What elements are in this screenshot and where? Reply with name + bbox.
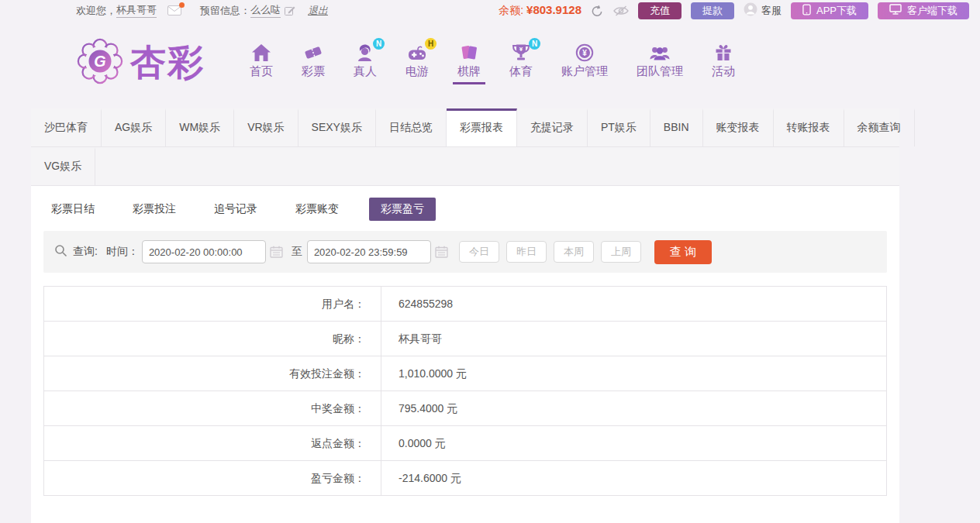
nav-label: 真人 bbox=[354, 64, 377, 79]
row-label-winning-amount: 中奖金额： bbox=[44, 391, 381, 425]
content-panel: 沙巴体育 AG娱乐 WM娱乐 VR娱乐 SEXY娱乐 日结总览 彩票报表 充提记… bbox=[31, 108, 899, 523]
balance-value: ¥803.9128 bbox=[526, 3, 581, 16]
brand-name: 杏彩 bbox=[130, 39, 205, 87]
table-row: 中奖金额： 795.4000 元 bbox=[44, 391, 886, 426]
edit-icon[interactable] bbox=[285, 5, 295, 16]
nav-item-lottery[interactable]: 彩票 bbox=[302, 42, 325, 84]
last-week-button[interactable]: 上周 bbox=[601, 241, 641, 263]
query-label: 查询: bbox=[73, 245, 98, 259]
nav-badge: H bbox=[425, 38, 437, 50]
nav-item-home[interactable]: 首页 bbox=[250, 42, 273, 84]
profit-loss-report-table: 用户名： 624855298 昵称： 杯具哥哥 有效投注金额： 1,010.00… bbox=[43, 286, 887, 496]
coin-yen-icon: ¥ bbox=[575, 42, 595, 62]
date-from-input[interactable] bbox=[142, 240, 266, 263]
refresh-icon[interactable] bbox=[591, 5, 604, 17]
tab-wm[interactable]: WM娱乐 bbox=[166, 108, 234, 146]
row-label-valid-bet-amount: 有效投注金额： bbox=[44, 356, 381, 391]
gamepad-icon: H bbox=[407, 42, 427, 62]
app-download-button[interactable]: APP下载 bbox=[791, 2, 868, 19]
table-row: 盈亏金额： -214.6000 元 bbox=[44, 461, 886, 496]
phone-icon bbox=[802, 4, 811, 18]
eye-off-icon[interactable] bbox=[613, 5, 629, 16]
today-button[interactable]: 今日 bbox=[459, 241, 499, 263]
tab-bbin[interactable]: BBIN bbox=[650, 108, 703, 146]
date-range-separator: 至 bbox=[292, 245, 302, 259]
tab-deposit-withdraw-records[interactable]: 充提记录 bbox=[517, 108, 588, 146]
subtab-chase-records[interactable]: 追号记录 bbox=[206, 198, 265, 221]
query-submit-button[interactable]: 查 询 bbox=[654, 240, 712, 264]
withdraw-button[interactable]: 提款 bbox=[691, 2, 734, 19]
tab-vg[interactable]: VG娱乐 bbox=[31, 147, 95, 185]
subtab-lottery-bets[interactable]: 彩票投注 bbox=[125, 198, 184, 221]
ticket-icon bbox=[303, 42, 323, 62]
nav-item-sports[interactable]: ¥ N 体育 bbox=[509, 42, 533, 84]
cards-icon bbox=[459, 42, 479, 62]
tab-account-change-report[interactable]: 账变报表 bbox=[703, 108, 774, 146]
report-tabs-row-2: VG娱乐 bbox=[31, 147, 899, 186]
row-value-profit-loss-amount: -214.6000 元 bbox=[381, 461, 461, 495]
logout-link[interactable]: 退出 bbox=[308, 4, 328, 18]
search-bar: 查询: 时间： 至 今日 昨日 本周 上周 查 询 bbox=[43, 231, 887, 273]
tab-sexy[interactable]: SEXY娱乐 bbox=[298, 108, 376, 146]
message-icon[interactable] bbox=[167, 5, 181, 15]
tab-pt[interactable]: PT娱乐 bbox=[588, 108, 650, 146]
nav-item-boardgames[interactable]: 棋牌 bbox=[457, 42, 481, 84]
service-label: 客服 bbox=[761, 4, 782, 18]
page: 欢迎您， 杯具哥哥 预留信息： 么么哒 退出 余额: ¥803.9128 充值 … bbox=[0, 0, 980, 523]
team-icon bbox=[649, 42, 671, 62]
tab-vr[interactable]: VR娱乐 bbox=[234, 108, 298, 146]
subtab-lottery-daily[interactable]: 彩票日结 bbox=[43, 198, 102, 221]
nav-label: 活动 bbox=[712, 64, 735, 79]
username-link[interactable]: 杯具哥哥 bbox=[116, 3, 157, 18]
row-value-username: 624855298 bbox=[381, 287, 453, 321]
nav-label: 账户管理 bbox=[561, 64, 608, 79]
balance: 余额: ¥803.9128 bbox=[499, 3, 581, 18]
row-value-winning-amount: 795.4000 元 bbox=[381, 391, 457, 425]
tab-saba-sports[interactable]: 沙巴体育 bbox=[31, 108, 102, 146]
nav-label: 首页 bbox=[250, 64, 273, 79]
header: G 杏彩 首页 彩票 N bbox=[0, 21, 980, 105]
balance-label: 余额: bbox=[499, 4, 523, 16]
client-download-label: 客户端下载 bbox=[907, 4, 958, 18]
customer-service-button[interactable]: 客服 bbox=[744, 2, 782, 19]
notification-dot bbox=[179, 2, 185, 8]
row-label-nickname: 昵称： bbox=[44, 322, 381, 356]
main-nav: 首页 彩票 N 真人 H 电游 bbox=[250, 42, 735, 84]
tab-lottery-report[interactable]: 彩票报表 bbox=[447, 108, 517, 146]
nav-badge: N bbox=[373, 38, 385, 50]
svg-text:¥: ¥ bbox=[582, 48, 587, 57]
recharge-button[interactable]: 充值 bbox=[638, 2, 682, 19]
calendar-icon[interactable] bbox=[270, 246, 283, 258]
nav-item-live[interactable]: N 真人 bbox=[354, 42, 377, 84]
table-row: 返点金额： 0.0000 元 bbox=[44, 426, 886, 461]
subtab-lottery-account-change[interactable]: 彩票账变 bbox=[288, 198, 347, 221]
reserved-info-value[interactable]: 么么哒 bbox=[250, 3, 281, 18]
this-week-button[interactable]: 本周 bbox=[554, 241, 594, 263]
gift-icon bbox=[714, 42, 733, 62]
calendar-icon[interactable] bbox=[435, 246, 448, 258]
client-download-button[interactable]: 客户端下载 bbox=[878, 2, 969, 19]
search-icon bbox=[54, 244, 67, 260]
row-value-nickname: 杯具哥哥 bbox=[381, 322, 442, 356]
table-row: 用户名： 624855298 bbox=[44, 287, 886, 322]
tab-daily-summary[interactable]: 日结总览 bbox=[376, 108, 447, 146]
nav-item-activities[interactable]: 活动 bbox=[712, 42, 735, 84]
brand-logo[interactable]: G 杏彩 bbox=[76, 38, 205, 88]
tab-transfer-report[interactable]: 转账报表 bbox=[774, 108, 844, 146]
row-value-rebate-amount: 0.0000 元 bbox=[381, 426, 446, 460]
nav-label: 体育 bbox=[509, 64, 533, 79]
svg-text:¥: ¥ bbox=[519, 46, 523, 53]
report-tabs-row-1: 沙巴体育 AG娱乐 WM娱乐 VR娱乐 SEXY娱乐 日结总览 彩票报表 充提记… bbox=[31, 108, 899, 147]
topbar: 欢迎您， 杯具哥哥 预留信息： 么么哒 退出 余额: ¥803.9128 充值 … bbox=[0, 0, 980, 21]
yesterday-button[interactable]: 昨日 bbox=[506, 241, 547, 263]
monitor-icon bbox=[889, 4, 902, 17]
welcome-text: 欢迎您， bbox=[76, 4, 116, 18]
row-label-profit-loss-amount: 盈亏金额： bbox=[44, 461, 381, 495]
tab-balance-query[interactable]: 余额查询 bbox=[844, 108, 915, 146]
tab-ag[interactable]: AG娱乐 bbox=[102, 108, 166, 146]
nav-item-team-management[interactable]: 团队管理 bbox=[637, 42, 683, 84]
nav-item-account-management[interactable]: ¥ 账户管理 bbox=[561, 42, 608, 84]
subtab-lottery-profit-loss[interactable]: 彩票盈亏 bbox=[369, 198, 436, 221]
nav-item-egames[interactable]: H 电游 bbox=[405, 42, 429, 84]
date-to-input[interactable] bbox=[307, 240, 431, 263]
